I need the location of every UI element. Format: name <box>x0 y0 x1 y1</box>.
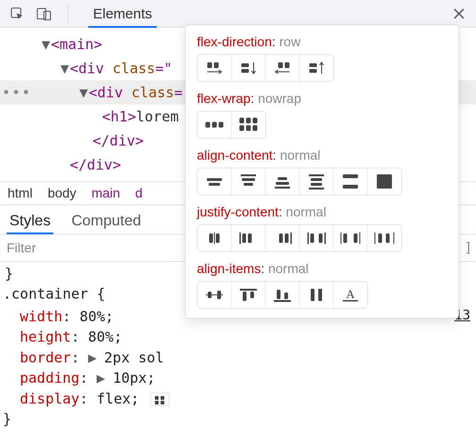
justify-content-value: normal <box>286 205 326 219</box>
flex-direction-value: row <box>279 34 300 49</box>
justify-content-flex-end[interactable] <box>265 225 299 251</box>
inspect-element-icon[interactable] <box>8 4 26 23</box>
svg-rect-27 <box>276 182 289 185</box>
devtools-root: Elements ▼<main> ▼<div class=" ••• ▼<div… <box>0 0 476 448</box>
svg-rect-51 <box>354 233 357 243</box>
svg-rect-13 <box>212 122 217 128</box>
svg-rect-35 <box>377 174 392 189</box>
svg-rect-65 <box>274 300 291 302</box>
svg-rect-14 <box>219 122 223 128</box>
align-items-flex-end[interactable] <box>265 282 299 308</box>
svg-rect-38 <box>216 233 220 243</box>
align-items-name: align-items <box>197 261 261 276</box>
svg-rect-34 <box>343 185 358 189</box>
flex-direction-row-reverse[interactable] <box>265 55 299 81</box>
expand-icon[interactable]: ▶ <box>97 368 104 388</box>
flex-direction-column[interactable] <box>231 55 265 81</box>
align-content-space-between[interactable] <box>333 168 367 195</box>
svg-rect-62 <box>250 292 254 298</box>
flex-direction-column-reverse[interactable] <box>299 55 333 81</box>
justify-content-flex-start[interactable] <box>231 225 265 251</box>
flex-wrap-nowrap[interactable] <box>197 112 231 138</box>
align-content-value: normal <box>280 148 321 163</box>
align-items-value: normal <box>268 261 309 276</box>
flex-wrap-name: flex-wrap <box>197 91 251 106</box>
svg-rect-32 <box>309 188 324 190</box>
svg-rect-11 <box>309 69 317 73</box>
svg-rect-47 <box>319 233 323 243</box>
svg-rect-4 <box>207 62 212 68</box>
align-content-name: align-content <box>197 148 272 163</box>
svg-rect-61 <box>243 292 246 301</box>
expand-icon[interactable]: ▶ <box>88 347 96 368</box>
align-content-center[interactable] <box>197 168 231 195</box>
css-prop-height[interactable]: height: 80%; <box>20 327 178 347</box>
caret-down-icon[interactable]: ▼ <box>42 32 51 56</box>
svg-text:A: A <box>346 287 355 301</box>
svg-rect-45 <box>307 233 309 244</box>
align-items-stretch[interactable] <box>299 282 333 308</box>
svg-rect-19 <box>246 125 251 131</box>
flex-wrap-wrap[interactable] <box>231 112 265 138</box>
devtools-toolbar: Elements <box>0 0 476 27</box>
svg-rect-29 <box>309 174 324 176</box>
css-prop-width[interactable]: width: 80%; <box>20 306 178 327</box>
align-items-group: align-items: normal A <box>197 261 447 309</box>
svg-rect-59 <box>217 291 221 299</box>
svg-rect-17 <box>253 118 257 123</box>
svg-rect-46 <box>310 233 314 243</box>
svg-rect-18 <box>239 125 244 131</box>
flex-wrap-value: nowrap <box>258 91 301 106</box>
align-content-flex-end[interactable] <box>265 168 299 195</box>
crumb-body[interactable]: body <box>48 186 76 201</box>
svg-rect-16 <box>246 118 251 123</box>
svg-rect-44 <box>290 233 292 244</box>
align-items-center[interactable] <box>197 282 231 308</box>
tab-elements[interactable]: Elements <box>93 0 152 27</box>
caret-down-icon[interactable]: ▼ <box>60 56 70 80</box>
flex-direction-name: flex-direction <box>197 34 272 49</box>
justify-content-center[interactable] <box>197 225 231 251</box>
tab-computed[interactable]: Computed <box>71 212 141 229</box>
svg-rect-23 <box>241 174 256 176</box>
svg-rect-31 <box>311 183 322 186</box>
svg-rect-9 <box>285 62 289 68</box>
toolbar-divider <box>68 4 68 23</box>
svg-rect-7 <box>241 69 249 73</box>
svg-rect-33 <box>343 174 358 178</box>
svg-rect-25 <box>244 183 253 186</box>
device-toggle-icon[interactable] <box>35 4 54 23</box>
css-close-brace: } <box>3 409 473 430</box>
flex-direction-row[interactable] <box>197 55 231 81</box>
svg-rect-5 <box>214 62 219 68</box>
svg-rect-64 <box>284 293 288 299</box>
svg-rect-36 <box>209 233 213 243</box>
justify-content-space-between[interactable] <box>299 225 333 251</box>
svg-rect-54 <box>378 233 382 243</box>
svg-rect-67 <box>318 289 322 301</box>
tab-styles[interactable]: Styles <box>9 212 51 229</box>
css-prop-padding[interactable]: padding: ▶ 10px; <box>20 368 178 388</box>
crumb-html[interactable]: html <box>8 186 33 201</box>
ellipsis-icon[interactable]: ••• <box>2 86 32 100</box>
align-content-space-around[interactable] <box>299 168 333 195</box>
svg-rect-69 <box>343 300 358 302</box>
svg-rect-50 <box>343 233 347 243</box>
css-prop-display[interactable]: display: flex; <box>20 388 178 409</box>
justify-content-space-around[interactable] <box>333 225 367 251</box>
crumb-main[interactable]: main <box>92 186 120 201</box>
svg-rect-12 <box>205 122 210 128</box>
close-icon[interactable] <box>450 4 468 23</box>
justify-content-space-evenly[interactable] <box>367 225 401 251</box>
caret-down-icon[interactable]: ▼ <box>79 80 89 104</box>
crumb-div[interactable]: d <box>135 186 143 201</box>
align-items-baseline[interactable]: A <box>333 282 367 308</box>
align-content-flex-start[interactable] <box>231 168 265 195</box>
align-items-flex-start[interactable] <box>231 282 265 308</box>
css-prop-border[interactable]: border: ▶ 2px sol <box>20 347 178 368</box>
flex-editor-icon[interactable] <box>151 393 170 406</box>
align-content-stretch[interactable] <box>367 168 401 195</box>
svg-rect-6 <box>241 63 249 67</box>
svg-rect-63 <box>277 290 280 299</box>
svg-rect-53 <box>374 233 375 244</box>
